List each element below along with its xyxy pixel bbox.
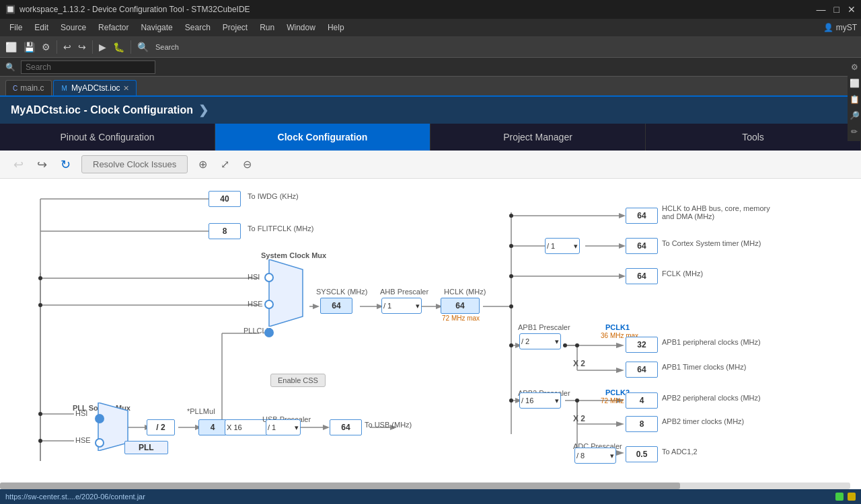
adc-prescaler-select[interactable]: / 8 ▾ [574,448,616,464]
tab-main-c-label: main.c [20,83,44,93]
status-bar: https://sw-center.st....e/2020-06/conten… [0,489,861,504]
status-indicators [835,493,856,501]
toolbar-btn-3[interactable]: ⚙ [39,40,53,54]
pll-div2-box[interactable]: / 2 [147,419,175,435]
apb1-periph-box[interactable]: 32 [626,337,658,353]
usb-value-box[interactable]: 64 [330,419,362,435]
fclk-value-box[interactable]: 64 [626,268,658,284]
pclk1-label: PCLK1 [605,323,630,331]
cortex-value-box[interactable]: 64 [626,238,658,254]
app-icon: 🔲 [5,5,15,14]
menu-help[interactable]: Help [322,22,350,34]
usb-prescaler-select[interactable]: / 1 ▾ [266,419,301,435]
config-breadcrumb: MyADCtst.ioc - Clock Configuration ❯ [0,97,861,124]
main-toolbar: ⬜ 💾 ⚙ ↩ ↪ ▶ 🐛 🔍 Search [0,36,861,58]
mux-hsi-radio[interactable] [264,273,274,282]
apb1-timer-box[interactable]: 64 [626,362,658,378]
svg-point-10 [38,276,42,280]
menu-source[interactable]: Source [55,22,91,34]
resolve-clock-button[interactable]: Resolve Clock Issues [81,155,188,173]
toolbar-redo[interactable]: ↪ [75,40,89,54]
user-icon: 👤 [823,23,833,32]
rs-icon-1[interactable]: ⚙ [849,60,860,74]
maximize-button[interactable]: □ [834,4,839,15]
tab-ioc-close[interactable]: ✕ [123,84,129,93]
ahb-prescaler-select[interactable]: / 1 ▾ [381,298,422,314]
close-button[interactable]: ✕ [848,4,856,15]
svg-marker-50 [616,368,624,373]
iwdg-value-box[interactable]: 40 [209,191,241,207]
menu-edit[interactable]: Edit [29,22,54,34]
rs-icon-5[interactable]: ✏ [849,125,860,138]
toolbar-run[interactable]: ▶ [96,40,109,54]
nav-tab-pinout[interactable]: Pinout & Configuration [0,124,215,151]
pll-mul-label: *PLLMul [187,407,215,415]
rs-icon-2[interactable]: ⬜ [848,77,862,90]
tab-myadctst-ioc[interactable]: M MyADCtst.ioc ✕ [53,80,137,95]
svg-marker-58 [616,421,624,427]
menu-search[interactable]: Search [180,22,216,34]
menu-window[interactable]: Window [281,22,321,34]
svg-point-70 [575,343,579,347]
svg-marker-46 [616,343,624,348]
zoom-out-button[interactable]: ⊖ [240,155,254,173]
title-left: 🔲 workspace_1.13.2 - Device Configuratio… [5,5,250,14]
user-label[interactable]: myST [836,23,857,32]
svg-marker-39 [619,243,626,249]
search-input[interactable] [21,60,155,74]
svg-point-68 [563,343,567,347]
refresh-button[interactable]: ↻ [58,155,73,175]
tab-main-c[interactable]: C main.c [5,80,52,95]
toolbar-undo[interactable]: ↩ [61,40,74,54]
menu-run[interactable]: Run [254,22,280,34]
nav-tabs: Pinout & Configuration Clock Configurati… [0,124,861,151]
rs-icon-4[interactable]: 🔎 [848,109,862,122]
pll-hsi-label: HSI [75,409,87,417]
adc-value-box[interactable]: 0.5 [626,446,658,462]
pll-in-box[interactable]: 4 [198,419,227,435]
undo-button[interactable]: ↩ [11,155,26,175]
window-title: workspace_1.13.2 - Device Configuration … [20,5,250,14]
zoom-fit-button[interactable]: ⤢ [218,155,232,173]
redo-button[interactable]: ↪ [34,155,50,175]
ahb-out1-box[interactable]: 64 [626,208,658,224]
hclk-sub: 72 MHz max [442,314,480,322]
toolbar-btn-1[interactable]: ⬜ [3,40,20,54]
apb2-timer-box[interactable]: 8 [626,416,658,432]
hclk-value-box[interactable]: 64 [441,298,480,314]
nav-tab-project[interactable]: Project Manager [430,124,646,151]
apb2-prescaler-select[interactable]: / 16 ▾ [519,392,561,409]
cortex-div1-select[interactable]: / 1 ▾ [545,238,580,254]
scrollbar-thumb[interactable] [0,482,680,489]
mux-pllclk-radio[interactable] [264,328,274,337]
horizontal-scrollbar[interactable] [0,482,850,489]
zoom-in-button[interactable]: ⊕ [196,155,210,173]
menu-refactor[interactable]: Refactor [93,22,134,34]
menu-file[interactable]: File [4,22,28,34]
svg-point-67 [509,398,513,403]
mux-hse-radio[interactable] [264,300,274,309]
pll-mux-hse-radio[interactable] [95,438,104,448]
pll-mux-hsi-radio[interactable] [95,414,104,423]
apb2-timer-label: APB2 timer clocks (MHz) [662,417,744,425]
toolbar-debug[interactable]: 🐛 [110,40,127,54]
flitfclk-value-box[interactable]: 8 [209,223,241,239]
user-account[interactable]: 👤 myST [823,23,857,32]
diagram-lines [0,179,821,488]
nav-tab-clock[interactable]: Clock Configuration [215,124,430,151]
ahb-out1-label: HCLK to AHB bus, core, memory and DMA (M… [662,204,783,220]
toolbar-search-tb[interactable]: 🔍 [135,40,151,54]
sysclk-value-box[interactable]: 64 [320,298,352,314]
menu-navigate[interactable]: Navigate [135,22,178,34]
apb1-prescaler-select[interactable]: / 2 ▾ [519,333,561,349]
clock-diagram-toolbar: ↩ ↪ ↻ Resolve Clock Issues ⊕ ⤢ ⊖ [0,151,861,179]
rs-icon-3[interactable]: 📋 [848,93,862,106]
svg-point-11 [38,303,42,307]
menu-project[interactable]: Project [217,22,253,34]
minimize-button[interactable]: — [817,4,826,15]
nav-tab-tools[interactable]: Tools [646,124,861,151]
window-controls[interactable]: — □ ✕ [817,4,856,15]
enable-css-button[interactable]: Enable CSS [270,374,326,387]
toolbar-save[interactable]: 💾 [21,40,38,54]
apb2-periph-box[interactable]: 4 [626,392,658,409]
